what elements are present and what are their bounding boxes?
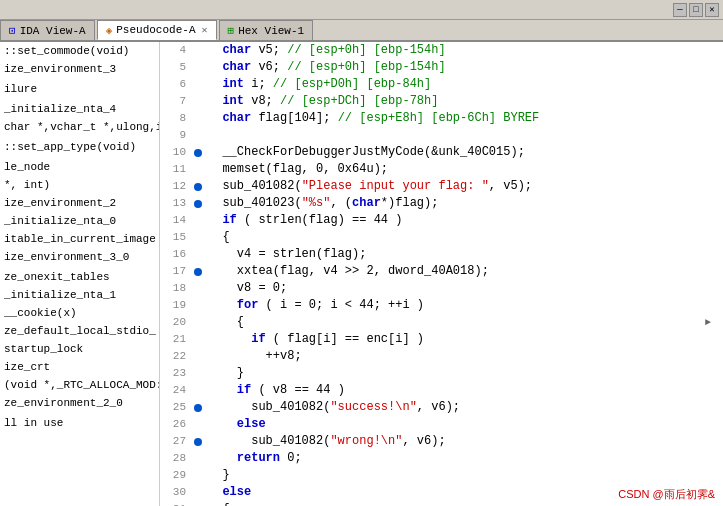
sidebar-item[interactable]: _initialize_nta_0 <box>0 212 159 230</box>
code-line-content: if ( v8 == 44 ) <box>204 382 723 399</box>
code-line-content: memset(flag, 0, 0x64u); <box>204 161 723 178</box>
sidebar-item[interactable]: ize_environment_2 <box>0 194 159 212</box>
code-row[interactable]: 23 } <box>160 365 723 382</box>
code-line-content: char v5; // [esp+0h] [ebp-154h] <box>204 42 723 59</box>
line-number: 9 <box>160 127 192 144</box>
tab-pseudo[interactable]: ◈Pseudocode-A✕ <box>97 20 217 40</box>
pseudo-tab-icon: ◈ <box>106 24 113 37</box>
sidebar-item[interactable]: ll in use <box>0 414 159 432</box>
sidebar-item[interactable]: __cookie(x) <box>0 304 159 322</box>
code-row[interactable]: 29 } <box>160 467 723 484</box>
code-row[interactable]: 15 { <box>160 229 723 246</box>
breakpoint-indicator <box>192 183 204 191</box>
line-number: 19 <box>160 297 192 314</box>
code-row[interactable]: 5 char v6; // [esp+0h] [ebp-154h] <box>160 59 723 76</box>
sidebar-item[interactable]: char *,vchar_t *,ulong,i <box>0 118 159 136</box>
code-row[interactable]: 13 sub_401023("%s", (char*)flag); <box>160 195 723 212</box>
code-row[interactable]: 14 if ( strlen(flag) == 44 ) <box>160 212 723 229</box>
line-number: 28 <box>160 450 192 467</box>
breakpoint-dot <box>194 200 202 208</box>
breakpoint-dot <box>194 268 202 276</box>
code-area: 4 char v5; // [esp+0h] [ebp-154h]5 char … <box>160 42 723 506</box>
code-row[interactable]: 30 else <box>160 484 723 501</box>
sidebar[interactable]: ::set_commode(void)ize_environment_3ilur… <box>0 42 160 506</box>
maximize-button[interactable]: □ <box>689 3 703 17</box>
code-row[interactable]: 4 char v5; // [esp+0h] [ebp-154h] <box>160 42 723 59</box>
line-number: 4 <box>160 42 192 59</box>
code-row[interactable]: 31 { <box>160 501 723 506</box>
code-area-wrapper: 4 char v5; // [esp+0h] [ebp-154h]5 char … <box>160 42 723 506</box>
sidebar-item[interactable]: ize_environment_3_0 <box>0 248 159 266</box>
line-number: 13 <box>160 195 192 212</box>
ida-tab-icon: ⊡ <box>9 24 16 37</box>
code-line-content: if ( strlen(flag) == 44 ) <box>204 212 723 229</box>
line-number: 29 <box>160 467 192 484</box>
sidebar-item[interactable]: ize_environment_3 <box>0 60 159 78</box>
breakpoint-dot <box>194 404 202 412</box>
sidebar-item[interactable]: ze_environment_2_0 <box>0 394 159 412</box>
sidebar-item[interactable]: ze_default_local_stdio_ <box>0 322 159 340</box>
code-row[interactable]: 19 for ( i = 0; i < 44; ++i ) <box>160 297 723 314</box>
line-number: 23 <box>160 365 192 382</box>
sidebar-item[interactable]: *, int) <box>0 176 159 194</box>
tab-hex[interactable]: ⊞Hex View-1 <box>219 20 314 40</box>
tab-label-pseudo: Pseudocode-A <box>116 24 195 36</box>
code-line-content: v8 = 0; <box>204 280 723 297</box>
code-line-content: v4 = strlen(flag); <box>204 246 723 263</box>
sidebar-item[interactable]: _initialize_nta_1 <box>0 286 159 304</box>
tab-ida[interactable]: ⊡IDA View-A <box>0 20 95 40</box>
sidebar-item[interactable]: ::set_commode(void) <box>0 42 159 60</box>
code-row[interactable]: 8 char flag[104]; // [esp+E8h] [ebp-6Ch]… <box>160 110 723 127</box>
sidebar-item[interactable]: (void *,_RTC_ALLOCA_MOD: <box>0 376 159 394</box>
code-line-content: } <box>204 467 723 484</box>
breakpoint-indicator <box>192 268 204 276</box>
line-number: 14 <box>160 212 192 229</box>
code-line-content: sub_401023("%s", (char*)flag); <box>204 195 723 212</box>
code-line-content: { <box>204 229 723 246</box>
code-row[interactable]: 7 int v8; // [esp+DCh] [ebp-78h] <box>160 93 723 110</box>
sidebar-item[interactable]: _initialize_nta_4 <box>0 100 159 118</box>
code-row[interactable]: 9 <box>160 127 723 144</box>
code-row[interactable]: 27 sub_401082("wrong!\n", v6); <box>160 433 723 450</box>
code-row[interactable]: 16 v4 = strlen(flag); <box>160 246 723 263</box>
code-row[interactable]: 26 else <box>160 416 723 433</box>
sidebar-item[interactable]: itable_in_current_image <box>0 230 159 248</box>
code-row[interactable]: 18 v8 = 0; <box>160 280 723 297</box>
code-row[interactable]: 11 memset(flag, 0, 0x64u); <box>160 161 723 178</box>
tab-bar: ⊡IDA View-A◈Pseudocode-A✕⊞Hex View-1 <box>0 20 723 42</box>
sidebar-item[interactable]: startup_lock <box>0 340 159 358</box>
code-row[interactable]: 20 {► <box>160 314 723 331</box>
line-number: 6 <box>160 76 192 93</box>
code-row[interactable]: 6 int i; // [esp+D0h] [ebp-84h] <box>160 76 723 93</box>
sidebar-item[interactable]: ilure <box>0 80 159 98</box>
sidebar-item[interactable]: ize_crt <box>0 358 159 376</box>
sidebar-item[interactable]: ::set_app_type(void) <box>0 138 159 156</box>
sidebar-item[interactable]: ze_onexit_tables <box>0 268 159 286</box>
line-number: 20 <box>160 314 192 331</box>
code-line-content: __CheckForDebuggerJustMyCode(&unk_40C015… <box>204 144 723 161</box>
breakpoint-indicator <box>192 200 204 208</box>
code-line-content: xxtea(flag, v4 >> 2, dword_40A018); <box>204 263 723 280</box>
sidebar-item[interactable]: le_node <box>0 158 159 176</box>
code-line-content: char flag[104]; // [esp+E8h] [ebp-6Ch] B… <box>204 110 723 127</box>
code-row[interactable]: 28 return 0; <box>160 450 723 467</box>
code-row[interactable]: 10 __CheckForDebuggerJustMyCode(&unk_40C… <box>160 144 723 161</box>
code-line-content: char v6; // [esp+0h] [ebp-154h] <box>204 59 723 76</box>
code-row[interactable]: 17 xxtea(flag, v4 >> 2, dword_40A018); <box>160 263 723 280</box>
line-number: 18 <box>160 280 192 297</box>
tab-label-ida: IDA View-A <box>20 25 86 37</box>
code-row[interactable]: 22 ++v8; <box>160 348 723 365</box>
code-row[interactable]: 12 sub_401082("Please input your flag: "… <box>160 178 723 195</box>
tab-close-pseudo[interactable]: ✕ <box>201 24 207 36</box>
line-number: 15 <box>160 229 192 246</box>
line-number: 24 <box>160 382 192 399</box>
code-row[interactable]: 25 sub_401082("success!\n", v6); <box>160 399 723 416</box>
minimize-button[interactable]: ─ <box>673 3 687 17</box>
code-row[interactable]: 21 if ( flag[i] == enc[i] ) <box>160 331 723 348</box>
code-row[interactable]: 24 if ( v8 == 44 ) <box>160 382 723 399</box>
line-number: 25 <box>160 399 192 416</box>
code-line-content: { <box>204 501 723 506</box>
line-number: 10 <box>160 144 192 161</box>
code-scroll[interactable]: 4 char v5; // [esp+0h] [ebp-154h]5 char … <box>160 42 723 506</box>
close-button[interactable]: ✕ <box>705 3 719 17</box>
